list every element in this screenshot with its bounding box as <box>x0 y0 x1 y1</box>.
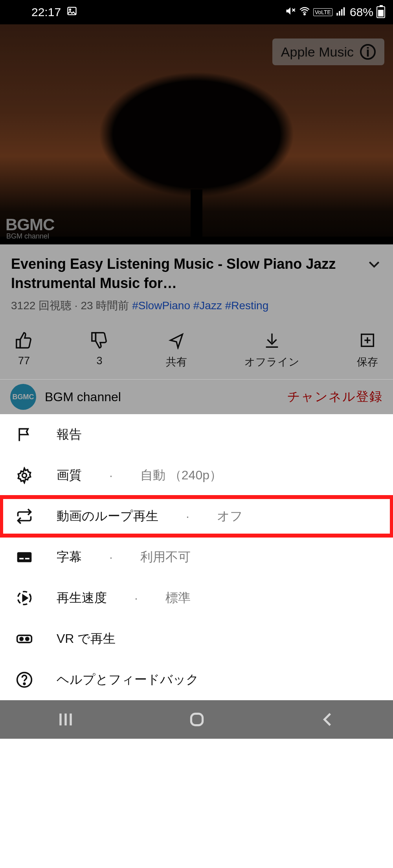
menu-item-vr[interactable]: VR で再生 <box>0 618 393 659</box>
video-meta: 3122 回視聴 · 23 時間前 #SlowPiano #Jazz #Rest… <box>11 298 382 313</box>
captions-value: 利用不可 <box>140 549 191 566</box>
flag-icon <box>16 426 33 443</box>
like-button[interactable]: 77 <box>15 331 33 369</box>
thumbs-down-icon <box>90 331 108 349</box>
captions-icon <box>16 549 33 566</box>
save-icon <box>358 331 376 349</box>
svg-point-23 <box>26 638 29 640</box>
video-player[interactable]: BGMC BGM channel Apple Music i <box>0 24 393 244</box>
speed-icon <box>16 589 33 607</box>
speed-value: 標準 <box>165 589 191 607</box>
menu-item-playback-speed[interactable]: 再生速度 · 標準 <box>0 578 393 618</box>
loop-icon <box>16 508 33 525</box>
channel-avatar[interactable]: BGMC <box>10 384 36 410</box>
svg-rect-7 <box>341 9 343 15</box>
dislike-button[interactable]: 3 <box>90 331 108 369</box>
quality-value: 自動 （240p） <box>140 467 222 484</box>
svg-point-1 <box>70 9 71 10</box>
video-info-panel: Evening Easy Listening Music - Slow Pian… <box>0 244 393 317</box>
svg-rect-29 <box>191 714 202 725</box>
mute-icon <box>285 6 296 19</box>
help-icon <box>16 671 33 688</box>
promo-chip[interactable]: Apple Music i <box>272 39 384 65</box>
offline-button[interactable]: オフライン <box>244 331 299 369</box>
battery-icon <box>376 6 385 18</box>
expand-chevron-icon[interactable] <box>366 255 382 275</box>
svg-point-4 <box>304 13 305 15</box>
svg-rect-18 <box>25 558 29 560</box>
volte-icon: VoLTE <box>313 8 332 16</box>
signal-icon <box>336 6 347 19</box>
menu-item-loop[interactable]: 動画のループ再生 · オフ <box>0 496 393 537</box>
system-nav-bar <box>0 700 393 739</box>
download-icon <box>263 331 281 349</box>
save-button[interactable]: 保存 <box>357 331 378 369</box>
hashtag[interactable]: #Jazz <box>193 299 222 312</box>
action-bar: 77 3 共有 オフライン 保存 <box>0 317 393 379</box>
menu-item-help[interactable]: ヘルプとフィードバック <box>0 659 393 700</box>
svg-rect-17 <box>19 558 24 560</box>
battery-text: 68% <box>350 6 373 19</box>
hashtag[interactable]: #SlowPiano <box>132 299 190 312</box>
vr-icon <box>16 630 33 648</box>
upload-age: 23 時間前 <box>81 299 129 312</box>
view-count: 3122 回視聴 <box>11 299 72 312</box>
svg-marker-20 <box>23 595 27 601</box>
picture-icon <box>66 6 77 19</box>
status-bar: 22:17 VoLTE 68% <box>0 0 393 24</box>
video-title[interactable]: Evening Easy Listening Music - Slow Pian… <box>11 255 366 293</box>
svg-rect-9 <box>17 339 20 348</box>
svg-rect-6 <box>339 11 340 16</box>
share-button[interactable]: 共有 <box>166 331 187 369</box>
hashtag[interactable]: #Resting <box>225 299 269 312</box>
menu-item-captions[interactable]: 字幕 · 利用不可 <box>0 537 393 578</box>
status-time: 22:17 <box>31 6 61 19</box>
promo-chip-label: Apple Music <box>281 44 354 60</box>
subscribe-button[interactable]: チャンネル登録 <box>287 388 383 406</box>
channel-row[interactable]: BGMC BGM channel チャンネル登録 <box>0 380 393 414</box>
share-icon <box>167 331 185 349</box>
svg-rect-8 <box>343 7 345 15</box>
svg-rect-5 <box>336 13 338 15</box>
menu-item-report[interactable]: 報告 <box>0 414 393 455</box>
svg-point-15 <box>22 473 27 478</box>
svg-point-25 <box>24 683 25 684</box>
svg-rect-16 <box>17 552 32 562</box>
channel-name[interactable]: BGM channel <box>45 390 279 404</box>
recents-button[interactable] <box>55 709 76 730</box>
info-icon[interactable]: i <box>360 44 376 60</box>
svg-rect-10 <box>92 333 96 341</box>
gear-icon <box>16 467 33 484</box>
thumbs-up-icon <box>15 331 33 349</box>
menu-item-quality[interactable]: 画質 · 自動 （240p） <box>0 455 393 496</box>
options-bottom-sheet: 報告 画質 · 自動 （240p） 動画のループ再生 · オフ 字幕 · 利用不… <box>0 414 393 700</box>
loop-value: オフ <box>217 508 243 525</box>
wifi-icon <box>299 6 310 19</box>
home-button[interactable] <box>187 710 207 729</box>
back-button[interactable] <box>318 710 338 729</box>
svg-point-22 <box>20 638 23 640</box>
